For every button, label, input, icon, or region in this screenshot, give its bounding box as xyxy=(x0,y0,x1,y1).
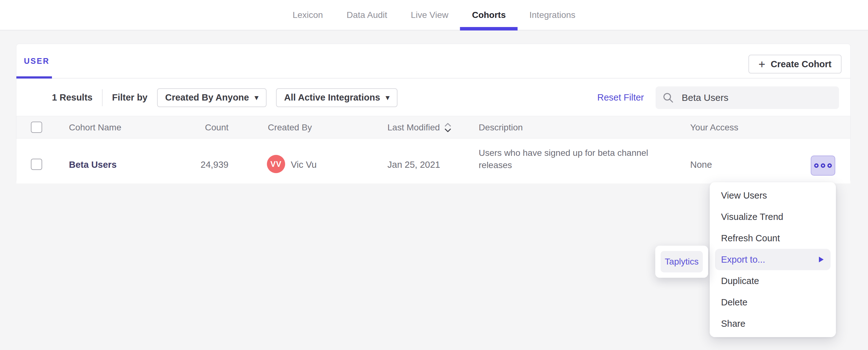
cohort-description: Users who have signed up for beta channe… xyxy=(479,147,668,171)
results-count: 1 Results xyxy=(52,92,93,103)
export-submenu: Taplytics xyxy=(655,246,708,278)
nav-tab-integrations[interactable]: Integrations xyxy=(529,0,575,30)
avatar: VV xyxy=(267,155,285,173)
header-description: Description xyxy=(479,123,523,132)
nav-tab-label: Lexicon xyxy=(293,10,323,20)
nav-tab-cohorts[interactable]: Cohorts xyxy=(472,0,506,30)
row-checkbox[interactable] xyxy=(31,159,42,170)
more-options-icon xyxy=(828,163,832,168)
reset-filter-link[interactable]: Reset Filter xyxy=(597,92,644,103)
menu-item-visualize-trend[interactable]: Visualize Trend xyxy=(710,206,836,228)
table-header-row: Cohort Name Count Created By Last Modifi… xyxy=(17,116,850,139)
header-last-modified[interactable]: Last Modified xyxy=(388,122,452,133)
menu-item-export-to-label: Export to... xyxy=(721,254,765,265)
more-options-button[interactable] xyxy=(811,155,835,176)
filter-by-label: Filter by xyxy=(112,92,148,103)
menu-item-refresh-count[interactable]: Refresh Count xyxy=(710,228,836,249)
nav-tab-label: Data Audit xyxy=(346,10,387,20)
integrations-dropdown[interactable]: All Active Integrations ▾ xyxy=(276,88,398,107)
menu-item-view-users[interactable]: View Users xyxy=(710,185,836,206)
cohort-count: 24,939 xyxy=(167,159,228,170)
created-by-dropdown-value: Created By Anyone xyxy=(165,92,249,103)
header-cohort-name: Cohort Name xyxy=(69,123,122,132)
menu-item-duplicate[interactable]: Duplicate xyxy=(710,270,836,291)
filter-bar-right: Reset Filter xyxy=(597,78,839,116)
filter-bar-left: 1 Results Filter by Created By Anyone ▾ … xyxy=(52,78,398,116)
table-row: Beta Users 24,939 VV Vic Vu Jan 25, 2021… xyxy=(17,139,850,183)
row-context-menu: View Users Visualize Trend Refresh Count… xyxy=(710,182,836,337)
cohorts-panel: USER + Create Cohort 1 Results Filter by… xyxy=(16,44,851,183)
panel-tab-row: USER + Create Cohort xyxy=(17,44,850,78)
menu-item-export-to[interactable]: Export to... xyxy=(715,249,831,270)
nav-tab-label: Integrations xyxy=(529,10,575,20)
nav-tab-label: Live View xyxy=(411,10,448,20)
more-options-icon xyxy=(821,163,825,168)
search-icon xyxy=(662,92,674,104)
creator-name: Vic Vu xyxy=(291,159,317,170)
create-cohort-button[interactable]: + Create Cohort xyxy=(748,55,842,73)
more-options-icon xyxy=(814,163,818,168)
header-count: Count xyxy=(167,123,228,132)
header-last-modified-label: Last Modified xyxy=(388,123,440,132)
tab-user[interactable]: USER xyxy=(24,44,50,78)
your-access-value: None xyxy=(690,159,712,170)
sort-icon xyxy=(444,122,452,133)
tab-user-label: USER xyxy=(24,57,50,66)
header-created-by: Created By xyxy=(268,123,312,132)
search-input[interactable] xyxy=(682,92,839,103)
menu-item-share[interactable]: Share xyxy=(710,313,836,334)
select-all-checkbox[interactable] xyxy=(31,121,42,133)
active-tab-underline xyxy=(460,27,518,31)
create-cohort-label: Create Cohort xyxy=(771,59,832,69)
search-box[interactable] xyxy=(656,86,839,109)
header-your-access: Your Access xyxy=(690,123,738,132)
user-tab-underline xyxy=(17,76,52,78)
top-navigation: Lexicon Data Audit Live View Cohorts Int… xyxy=(0,0,868,31)
chevron-down-icon: ▾ xyxy=(386,93,390,102)
nav-tab-live-view[interactable]: Live View xyxy=(411,0,448,30)
plus-icon: + xyxy=(758,59,766,70)
integrations-dropdown-value: All Active Integrations xyxy=(284,92,380,103)
divider xyxy=(102,89,102,106)
nav-tab-data-audit[interactable]: Data Audit xyxy=(346,0,387,30)
nav-tab-lexicon[interactable]: Lexicon xyxy=(293,0,323,30)
submenu-item-taplytics[interactable]: Taplytics xyxy=(660,251,703,272)
cohort-name-link[interactable]: Beta Users xyxy=(69,159,117,170)
nav-tab-label: Cohorts xyxy=(472,10,506,20)
created-by-dropdown[interactable]: Created By Anyone ▾ xyxy=(157,88,267,107)
last-modified-value: Jan 25, 2021 xyxy=(388,159,440,170)
submenu-arrow-icon xyxy=(819,257,824,262)
chevron-down-icon: ▾ xyxy=(255,93,258,102)
menu-item-delete[interactable]: Delete xyxy=(710,291,836,313)
